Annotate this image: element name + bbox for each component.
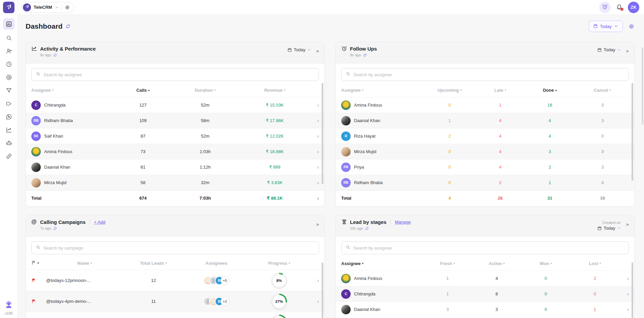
row-chevron-icon[interactable] — [619, 276, 629, 282]
refresh-icon[interactable] — [66, 24, 70, 29]
sidebar-item-robot[interactable] — [3, 138, 14, 148]
column-flag[interactable] — [31, 260, 46, 266]
sidebar-item-user-plus[interactable] — [3, 46, 14, 56]
add-campaign-link[interactable]: + Add — [94, 220, 105, 225]
column-assignee[interactable]: Assignee — [341, 261, 423, 266]
refresh-icon[interactable] — [363, 53, 367, 57]
cell-lost: 2 — [570, 276, 619, 281]
search-input[interactable] — [353, 72, 624, 77]
dashboard-settings-icon[interactable] — [628, 23, 635, 30]
more-assignees-badge[interactable]: +5 — [221, 276, 229, 285]
column-cancel[interactable]: Cancel — [576, 88, 629, 93]
table-row[interactable]: SKSaif Khan8752m₹ 12.02K — [26, 128, 324, 144]
column-revenue[interactable]: Revenue — [240, 88, 310, 93]
row-chevron-icon[interactable] — [310, 118, 319, 124]
refresh-icon[interactable] — [365, 227, 369, 230]
refresh-icon[interactable] — [53, 53, 57, 57]
sidebar-item-link[interactable] — [3, 151, 14, 161]
table-row[interactable]: RRiza Hayat2440 — [336, 128, 634, 144]
app-logo[interactable] — [3, 2, 14, 13]
sidebar-item-search[interactable] — [3, 33, 14, 43]
table-row[interactable]: Amina Firdous1402 — [336, 270, 634, 286]
column-won[interactable]: Won — [521, 261, 570, 266]
table-row[interactable]: Daanial Khan611:12h₹ 999 — [26, 159, 324, 175]
expand-panel-icon[interactable] — [626, 47, 629, 55]
manage-stages-link[interactable]: Manage — [395, 220, 411, 225]
row-chevron-icon[interactable] — [310, 102, 319, 108]
refresh-icon[interactable] — [53, 227, 57, 230]
column-assignee[interactable]: Assignee — [341, 88, 422, 93]
table-row[interactable]: Mirza Mujid5832m₹ 3.83K — [26, 175, 324, 190]
table-row-partial[interactable] — [26, 312, 324, 318]
row-chevron-icon[interactable] — [619, 291, 629, 297]
cell-duration: 1:12h — [170, 165, 240, 170]
column-name[interactable]: Name — [46, 261, 123, 266]
table-row[interactable]: Daanial Khan1443 — [336, 113, 634, 128]
table-row[interactable]: RBRidham Bhatia0214 — [336, 175, 634, 190]
table-row[interactable]: @todays-12pmnoon-...12R+58% — [26, 270, 324, 291]
panel-date-filter[interactable]: Today — [597, 226, 621, 231]
table-row[interactable]: PRPriya0423 — [336, 159, 634, 175]
column-label: Fresh — [440, 261, 452, 266]
sidebar-item-tag[interactable] — [3, 98, 14, 109]
scrollbar-thumb[interactable] — [322, 83, 323, 184]
expand-panel-icon[interactable] — [316, 47, 319, 55]
row-chevron-icon[interactable] — [619, 307, 629, 313]
row-chevron-icon[interactable] — [310, 298, 319, 305]
workspace-switcher[interactable]: TeleCRM — [21, 2, 74, 13]
row-chevron-icon[interactable] — [310, 149, 319, 155]
table-row[interactable]: Amina Firdous731:03h₹ 18.88K — [26, 144, 324, 159]
row-chevron-icon[interactable] — [310, 278, 319, 284]
table-row[interactable]: Mirza Mujid0433 — [336, 144, 634, 159]
sidebar-item-whatsapp[interactable] — [3, 112, 14, 122]
column-duration[interactable]: Duration — [170, 88, 240, 93]
row-chevron-icon[interactable] — [310, 133, 319, 139]
panel-date-filter[interactable]: Today — [287, 47, 311, 52]
search-input[interactable] — [353, 245, 624, 251]
column-fresh[interactable]: Fresh — [423, 261, 472, 266]
workspace-settings-icon[interactable] — [65, 5, 70, 10]
column-total-leads[interactable]: Total Leads — [123, 261, 184, 266]
panel-date-filter[interactable]: Today — [597, 47, 621, 52]
sidebar-item-bar-chart[interactable] — [3, 18, 14, 30]
table-row[interactable]: Amina Firdous01163 — [336, 97, 634, 113]
reminders-button[interactable] — [599, 2, 611, 13]
sidebar-item-trending[interactable] — [3, 125, 14, 135]
column-done[interactable]: Done — [523, 88, 576, 93]
support-icon[interactable] — [4, 300, 13, 311]
search-input[interactable] — [43, 245, 315, 251]
row-chevron-icon[interactable] — [310, 164, 319, 170]
expand-panel-icon[interactable] — [316, 221, 319, 228]
cell-late: 4 — [477, 165, 523, 170]
flag-icon[interactable] — [31, 278, 46, 283]
user-avatar[interactable]: ZK — [628, 2, 639, 13]
notifications-button[interactable] — [616, 3, 622, 11]
page-scrollbar-thumb[interactable] — [642, 47, 643, 125]
more-assignees-badge[interactable]: +2 — [221, 297, 229, 306]
flag-icon[interactable] — [31, 299, 46, 304]
row-chevron-icon[interactable] — [310, 195, 319, 201]
sidebar-item-funnel[interactable] — [3, 85, 14, 95]
sidebar-item-at-sign[interactable] — [3, 72, 14, 82]
column-assignee[interactable]: Assignee — [31, 88, 116, 93]
column-assignees[interactable]: Assignees — [184, 261, 249, 266]
column-progress[interactable]: Progress — [249, 261, 310, 266]
expand-panel-icon[interactable] — [626, 221, 629, 228]
sidebar-item-clock[interactable] — [3, 59, 14, 69]
scrollbar-thumb[interactable] — [322, 262, 323, 318]
table-row[interactable]: CChitrangda12752m₹ 15.03K — [26, 97, 324, 113]
scrollbar-thumb[interactable] — [632, 262, 633, 318]
scrollbar-thumb[interactable] — [632, 83, 633, 181]
column-active[interactable]: Active — [472, 261, 521, 266]
column-lost[interactable]: Lost — [570, 261, 619, 266]
column-calls[interactable]: Calls — [116, 88, 170, 93]
table-row[interactable]: RBRidham Bhatia10958m₹ 17.86K — [26, 113, 324, 128]
table-row[interactable]: Daanial Khan3301 — [336, 301, 634, 317]
table-row[interactable]: CChitrangda1800 — [336, 286, 634, 301]
column-upcoming[interactable]: Upcoming — [422, 88, 477, 93]
search-input[interactable] — [43, 72, 315, 77]
row-chevron-icon[interactable] — [310, 180, 319, 186]
column-late[interactable]: Late — [477, 88, 523, 93]
table-row[interactable]: @todays-4pm-demo-...11R+227% — [26, 291, 324, 312]
global-date-filter[interactable]: Today — [589, 21, 623, 32]
